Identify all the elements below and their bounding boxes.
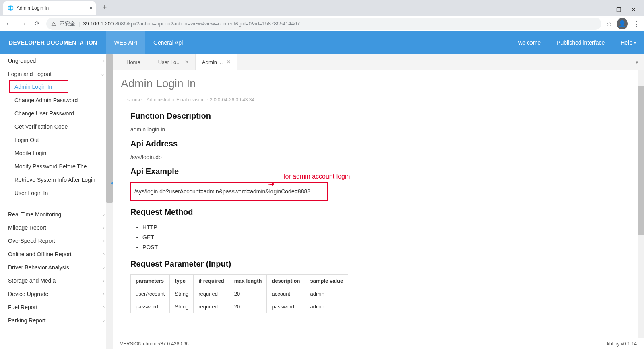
browser-menu-icon[interactable]: ⋮	[633, 19, 640, 28]
brand-title: DEVELOPER DOCUMENTATION	[0, 39, 106, 46]
back-icon[interactable]: ←	[4, 18, 14, 29]
tab-admin-login[interactable]: Admin ...✕	[196, 54, 237, 70]
profile-avatar-icon[interactable]: 👤	[617, 18, 628, 29]
chevron-right-icon: ›	[103, 251, 105, 257]
tab-overflow-icon[interactable]: ▾	[630, 59, 644, 65]
sidebar-sub-modify-password-before[interactable]: Modify Password Before The ...	[0, 160, 113, 173]
table-row: password String required 20 password adm…	[131, 300, 348, 313]
sidebar-item-fuel-report[interactable]: Fuel Report›	[0, 300, 113, 314]
sidebar-item-driver-behavior[interactable]: Driver Behavior Analysis›	[0, 261, 113, 274]
tab-home[interactable]: Home	[120, 54, 152, 70]
chevron-right-icon: ›	[103, 278, 105, 283]
close-icon[interactable]: ✕	[227, 59, 231, 65]
nav-published-interface[interactable]: Published interface	[549, 31, 613, 54]
browser-tab[interactable]: 🌐 Admin Login In ×	[3, 1, 96, 15]
chevron-right-icon: ›	[103, 58, 105, 64]
window-close-icon[interactable]: ✕	[631, 6, 636, 13]
warning-icon: ⚠	[51, 21, 56, 27]
url-host: 39.106.1.200	[83, 21, 114, 27]
not-secure-label: 不安全	[60, 20, 75, 27]
nav-general-api[interactable]: General Api	[145, 31, 191, 54]
section-function-description: Function Description	[130, 111, 565, 121]
sidebar-sub-user-login-in[interactable]: User Login In	[0, 186, 113, 199]
list-item: POST	[142, 242, 565, 253]
browser-tab-title: Admin Login In	[17, 5, 49, 11]
sidebar-item-parking-report[interactable]: Parking Report›	[0, 314, 113, 327]
request-method-list: HTTP GET POST	[130, 222, 565, 253]
sidebar-item-mileage-report[interactable]: Mileage Report›	[0, 221, 113, 234]
window-minimize-icon[interactable]: —	[601, 6, 607, 13]
chevron-right-icon: ›	[103, 291, 105, 297]
sidebar-sub-change-user-password[interactable]: Change User Password	[0, 107, 113, 120]
close-icon[interactable]: ✕	[185, 59, 189, 65]
sidebar-scrollbar[interactable]	[106, 54, 113, 349]
window-controls: — ❐ ✕	[601, 6, 644, 16]
bookmark-star-icon[interactable]: ☆	[606, 20, 612, 27]
app-footer: VERSION chrome/87.0.4280.66 kbl by v0.1.…	[113, 338, 644, 349]
address-bar[interactable]: ⚠ 不安全 | 39.106.1.200:8086/kpi/?action=ap…	[46, 18, 601, 30]
sidebar-item-storage-media[interactable]: Storage and Media›	[0, 274, 113, 287]
page-meta: source：Administrator Final revision：2020…	[127, 96, 633, 103]
section-request-parameter: Request Parameter (Input)	[130, 259, 565, 269]
table-header-row: parameters type if required max length d…	[131, 274, 348, 287]
footer-version: VERSION chrome/87.0.4280.66	[120, 341, 189, 347]
app-navbar: DEVELOPER DOCUMENTATION WEB API General …	[0, 31, 644, 54]
table-row: userAccount String required 20 account a…	[131, 287, 348, 300]
api-example-box: /sys/login.do?userAccount=admin&password…	[130, 182, 328, 201]
section-api-address: Api Address	[130, 139, 565, 148]
content-pane: ◀ Home User Lo...✕ Admin ...✕ ▾ Admin Lo…	[113, 54, 644, 349]
chevron-right-icon: ›	[103, 238, 105, 244]
forward-icon[interactable]: →	[19, 18, 28, 29]
chevron-right-icon: ›	[103, 211, 105, 217]
chevron-right-icon: ›	[103, 265, 105, 270]
list-item: GET	[142, 232, 565, 242]
chevron-right-icon: ›	[103, 304, 105, 310]
list-item: HTTP	[142, 222, 565, 232]
chevron-down-icon: ⌄	[101, 71, 105, 77]
sidebar-item-ungrouped[interactable]: Ungrouped ›	[0, 54, 113, 67]
content-scrollbar[interactable]	[638, 70, 644, 349]
chevron-right-icon: ›	[103, 318, 105, 323]
nav-welcome[interactable]: welcome	[510, 31, 549, 54]
params-table: parameters type if required max length d…	[130, 274, 348, 313]
footer-credit: kbl by v0.1.14	[607, 341, 637, 347]
sidebar: Ungrouped › Login and Logout ⌄ Admin Log…	[0, 54, 113, 349]
sidebar-sub-admin-login[interactable]: Admin Login In	[9, 80, 68, 93]
content-tabbar: Home User Lo...✕ Admin ...✕ ▾	[113, 54, 644, 70]
globe-icon: 🌐	[7, 5, 14, 11]
sidebar-sub-login-out[interactable]: Login Out	[0, 133, 113, 146]
sidebar-item-real-time-monitoring[interactable]: Real Time Monitoring›	[0, 207, 113, 221]
nav-web-api[interactable]: WEB API	[106, 31, 146, 54]
sidebar-sub-retrieve-system-info[interactable]: Retrieve System Info After Login	[0, 173, 113, 186]
window-maximize-icon[interactable]: ❐	[616, 6, 621, 13]
nav-help-dropdown[interactable]: Help	[613, 31, 644, 54]
page-body: Admin Login In source：Administrator Fina…	[113, 70, 644, 349]
sidebar-sub-change-admin-password[interactable]: Change Admin Password	[0, 93, 113, 107]
section-request-method: Request Method	[130, 207, 565, 217]
sidebar-sub-mobile-login[interactable]: Mobile Login	[0, 146, 113, 160]
sidebar-item-login-logout[interactable]: Login and Logout ⌄	[0, 67, 113, 80]
chevron-right-icon: ›	[103, 225, 105, 230]
page-title: Admin Login In	[121, 77, 633, 90]
sidebar-item-device-upgrade[interactable]: Device Upgrade›	[0, 287, 113, 300]
browser-tab-strip: 🌐 Admin Login In × + — ❐ ✕	[0, 0, 644, 16]
new-tab-button[interactable]: +	[99, 2, 110, 13]
browser-toolbar: ← → ⟳ ⚠ 不安全 | 39.106.1.200:8086/kpi/?act…	[0, 16, 644, 31]
tab-user-login[interactable]: User Lo...✕	[152, 54, 196, 70]
api-address-value: /sys/login.do	[130, 154, 565, 160]
sidebar-sub-get-verification-code[interactable]: Get Verification Code	[0, 120, 113, 133]
annotation-text: for admin account login	[283, 173, 350, 180]
sidebar-item-online-offline-report[interactable]: Online and Offline Report›	[0, 247, 113, 261]
url-path: :8086/kpi/?action=api.do?action=view&vie…	[114, 21, 300, 27]
tab-close-icon[interactable]: ×	[89, 5, 93, 11]
function-description-text: admin login in	[130, 126, 565, 133]
sidebar-item-overspeed-report[interactable]: OverSpeed Report›	[0, 234, 113, 247]
reload-icon[interactable]: ⟳	[33, 18, 41, 29]
